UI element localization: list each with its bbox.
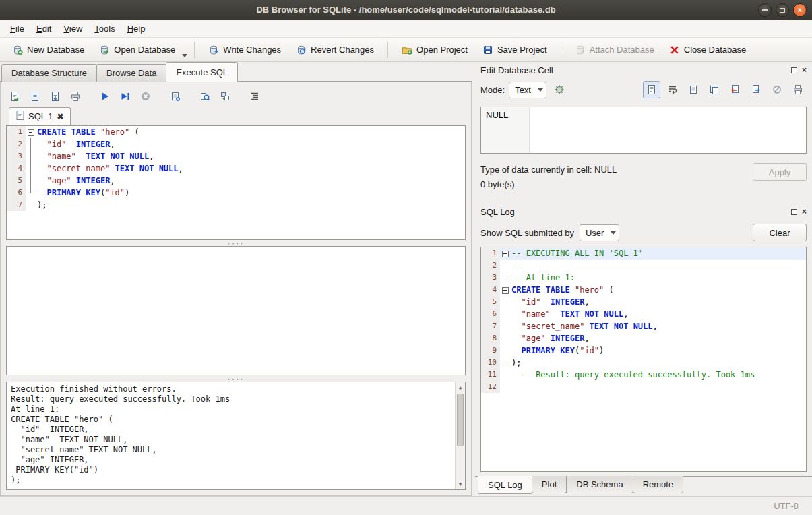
menu-help[interactable]: Help (121, 21, 152, 36)
menu-view[interactable]: View (57, 21, 88, 36)
open-database-dropdown-icon[interactable] (182, 54, 187, 57)
scrollbar-track[interactable] (456, 392, 465, 479)
sql-log-view[interactable]: 1-- EXECUTING ALL IN 'SQL 1'2--3-- At li… (480, 247, 807, 472)
scrollbar-thumb[interactable] (457, 394, 464, 446)
fold-margin (26, 187, 35, 199)
code-line[interactable]: 5 "id" INTEGER, (481, 296, 806, 308)
close-database-button[interactable]: Close Database (662, 40, 753, 59)
code-line[interactable]: 6 PRIMARY KEY("id") (7, 187, 465, 199)
results-output-splitter[interactable]: ···· (6, 375, 466, 382)
code-line[interactable]: 3-- At line 1: (481, 272, 806, 284)
open-in-editor-button[interactable] (685, 81, 702, 98)
tab-plot[interactable]: Plot (532, 476, 567, 493)
close-button[interactable]: × (793, 3, 807, 17)
save-results-button[interactable] (166, 88, 184, 105)
code-line[interactable]: 1-- EXECUTING ALL IN 'SQL 1' (481, 247, 806, 260)
close-tab-icon[interactable]: ✖ (57, 112, 63, 121)
results-grid[interactable] (6, 246, 466, 375)
editor-results-splitter[interactable]: ···· (6, 240, 466, 246)
tab-execute-sql[interactable]: Execute SQL (166, 62, 238, 82)
tab-sql-log[interactable]: SQL Log (478, 476, 532, 494)
fold-marker-icon[interactable] (500, 284, 509, 296)
auto-apply-button[interactable] (551, 81, 568, 98)
code-line[interactable]: 4 "secret_name" TEXT NOT NULL, (7, 162, 465, 175)
scroll-down-icon[interactable]: ▼ (456, 479, 465, 489)
import-button[interactable] (726, 81, 744, 98)
code-line[interactable]: 12 (481, 381, 806, 393)
maximize-button[interactable] (776, 3, 789, 17)
open-project-button[interactable]: Open Project (395, 40, 474, 59)
print-button[interactable] (67, 88, 84, 105)
execution-output-pane[interactable]: Execution finished without errors.Result… (6, 382, 466, 490)
fold-margin (500, 344, 509, 357)
code-text: PRIMARY KEY("id") (509, 344, 806, 357)
cell-content-editor[interactable]: NULL (480, 107, 807, 154)
menu-tools[interactable]: Tools (88, 21, 121, 36)
open-sql-file-button[interactable] (6, 88, 24, 105)
word-wrap-button[interactable] (664, 81, 681, 98)
code-text: CREATE TABLE "hero" ( (509, 284, 806, 296)
mode-combo[interactable]: Text (509, 82, 546, 98)
revert-changes-label: Revert Changes (311, 44, 374, 55)
menu-file[interactable]: File (4, 21, 30, 36)
tab-database-structure[interactable]: Database Structure (1, 64, 97, 82)
sql-doc-tab[interactable]: SQL 1 ✖ (9, 107, 71, 125)
code-line[interactable]: 10); (481, 357, 806, 369)
code-line[interactable]: 3 "name" TEXT NOT NULL, (7, 150, 465, 162)
scroll-up-icon[interactable]: ▲ (456, 382, 465, 392)
toolbar-separator (561, 42, 561, 58)
auto-complete-button[interactable] (216, 88, 234, 105)
code-line[interactable]: 4CREATE TABLE "hero" ( (481, 284, 806, 296)
float-dock-icon[interactable] (791, 67, 797, 73)
code-line[interactable]: 6 "name" TEXT NOT NULL, (481, 308, 806, 320)
write-changes-button[interactable]: Write Changes (201, 40, 288, 59)
save-project-button[interactable]: Save Project (476, 40, 554, 59)
code-line[interactable]: 11 -- Result: query executed successfull… (481, 369, 806, 381)
revert-changes-button[interactable]: Revert Changes (289, 40, 381, 59)
text-view-button[interactable] (643, 81, 660, 98)
tab-db-schema[interactable]: DB Schema (566, 476, 633, 493)
code-line[interactable]: 7 "secret_name" TEXT NOT NULL, (481, 320, 806, 332)
close-dock-icon[interactable]: × (802, 66, 807, 74)
format-sql-button[interactable] (246, 88, 263, 105)
output-scrollbar[interactable]: ▲ ▼ (455, 382, 465, 489)
code-line[interactable]: 2 "id" INTEGER, (7, 138, 465, 150)
copy-button[interactable] (706, 81, 723, 98)
set-null-button[interactable] (768, 81, 786, 98)
float-dock-icon[interactable] (791, 209, 797, 215)
find-replace-button[interactable] (196, 88, 214, 105)
sql-doc-tab-bar: SQL 1 ✖ (6, 107, 466, 125)
execute-sql-panel: SQL 1 ✖ 1CREATE TABLE "hero" (2 "id" INT… (0, 82, 472, 496)
execute-current-line-button[interactable] (117, 88, 134, 105)
fold-marker-icon[interactable] (500, 247, 509, 260)
code-line[interactable]: 1CREATE TABLE "hero" ( (7, 126, 465, 138)
fold-marker-icon[interactable] (26, 126, 35, 138)
code-line[interactable]: 9 PRIMARY KEY("id") (481, 344, 806, 357)
code-line[interactable]: 5 "age" INTEGER, (7, 175, 465, 187)
menu-edit[interactable]: Edit (30, 21, 57, 36)
code-line[interactable]: 7); (7, 199, 465, 211)
cell-size-text: 0 byte(s) (480, 179, 515, 189)
right-panel: Edit Database Cell × Mode: Text (475, 62, 812, 496)
print-cell-button[interactable] (789, 81, 807, 98)
code-line[interactable]: 2-- (481, 260, 806, 272)
tab-remote[interactable]: Remote (633, 476, 684, 493)
new-database-button[interactable]: New Database (5, 40, 91, 59)
sql-editor[interactable]: 1CREATE TABLE "hero" (2 "id" INTEGER,3 "… (6, 125, 466, 240)
code-text: "id" INTEGER, (509, 296, 806, 308)
code-line[interactable]: 8 "age" INTEGER, (481, 332, 806, 344)
line-number: 12 (481, 381, 500, 393)
close-dock-icon[interactable]: × (802, 208, 807, 216)
execute-all-button[interactable] (96, 88, 114, 105)
export-button[interactable] (747, 81, 765, 98)
sql-log-title: SQL Log (480, 207, 791, 217)
clear-log-button[interactable]: Clear (753, 224, 807, 241)
log-filter-combo[interactable]: User (580, 224, 619, 241)
minimize-button[interactable] (758, 3, 772, 17)
tab-browse-data[interactable]: Browse Data (96, 64, 166, 82)
open-database-button[interactable]: Open Database (92, 40, 182, 59)
save-sql-file-button[interactable] (26, 88, 44, 105)
export-sql-button[interactable] (46, 88, 64, 105)
line-number: 6 (7, 187, 26, 199)
line-number: 7 (481, 320, 500, 332)
